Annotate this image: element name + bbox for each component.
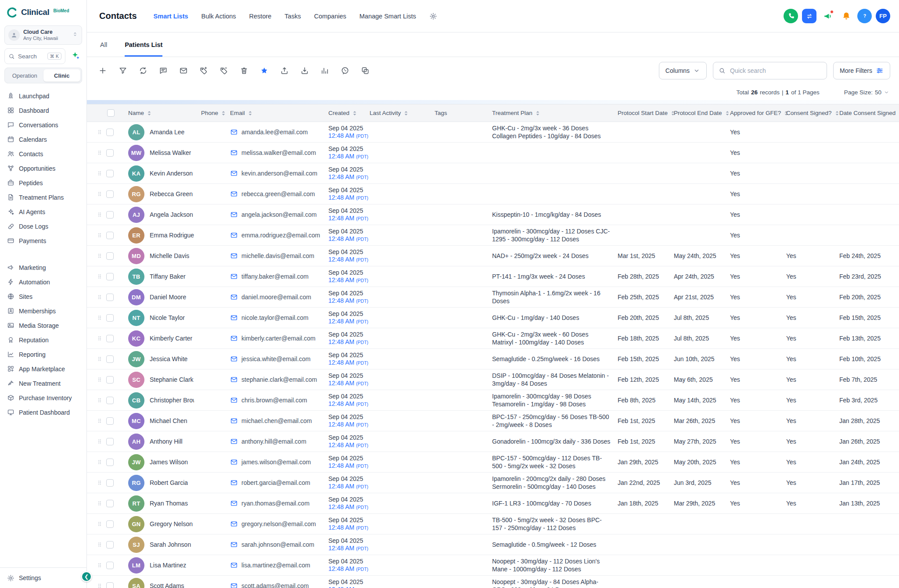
row-checkbox[interactable] xyxy=(106,479,114,487)
created-time[interactable]: 12:48 AM (PDT) xyxy=(328,524,363,532)
row-checkbox[interactable] xyxy=(106,438,114,445)
contact-row[interactable]: ALAmanda Leeamanda.lee@email.comSep 04 2… xyxy=(87,122,899,143)
col-date-consent-signed[interactable]: Date Consent Signed xyxy=(836,104,899,122)
select-all-checkbox[interactable] xyxy=(107,109,115,117)
created-time[interactable]: 12:48 AM (PDT) xyxy=(328,338,363,346)
contact-name[interactable]: James Wilson xyxy=(150,459,188,466)
row-checkbox[interactable] xyxy=(106,335,114,342)
row-checkbox[interactable] xyxy=(106,252,114,260)
sidebar-item-sites[interactable]: Sites xyxy=(3,289,84,304)
created-time[interactable]: 12:48 AM (PDT) xyxy=(328,215,363,222)
contact-row[interactable]: RGRebecca Greenrebecca.green@email.comSe… xyxy=(87,184,899,204)
sidebar-item-peptides[interactable]: Peptides xyxy=(3,176,84,190)
row-checkbox[interactable] xyxy=(106,500,114,507)
contact-name[interactable]: Gregory Nelson xyxy=(150,520,193,527)
created-time[interactable]: 12:48 AM (PDT) xyxy=(328,235,363,243)
toolbar-tag-remove-button[interactable] xyxy=(219,66,228,75)
contact-name[interactable]: Kimberly Carter xyxy=(150,335,192,342)
contact-row[interactable]: RGRobert Garciarobert.garcia@email.comSe… xyxy=(87,473,899,493)
sidebar-item-launchpad[interactable]: Launchpad xyxy=(3,89,84,103)
contact-email[interactable]: kimberly.carter@email.com xyxy=(241,335,316,342)
col-protocol-end-date[interactable]: Protocol End Date xyxy=(670,104,726,122)
contact-name[interactable]: Nicole Taylor xyxy=(150,314,185,321)
created-time[interactable]: 12:48 AM (PDT) xyxy=(328,441,363,449)
contact-name[interactable]: Tiffany Baker xyxy=(150,273,186,280)
created-time[interactable]: 12:48 AM (PDT) xyxy=(328,256,363,264)
contact-row[interactable]: NTNicole Taylornicole.taylor@email.comSe… xyxy=(87,308,899,328)
columns-button[interactable]: Columns xyxy=(659,62,707,79)
contacts-settings-button[interactable] xyxy=(429,12,437,20)
contact-name[interactable]: Anthony Hill xyxy=(150,438,183,445)
sidebar-item-ai-agents[interactable]: AI Agents xyxy=(3,204,84,219)
switch-button[interactable] xyxy=(802,9,816,23)
tab-smart-lists[interactable]: Smart Lists xyxy=(154,13,188,20)
row-checkbox[interactable] xyxy=(106,582,114,588)
row-checkbox[interactable] xyxy=(106,314,114,322)
row-checkbox[interactable] xyxy=(106,170,114,177)
location-switcher[interactable]: Cloud Care Any City, Hawaii xyxy=(4,25,82,45)
more-filters-button[interactable]: More Filters xyxy=(833,62,890,79)
created-time[interactable]: 12:48 AM (PDT) xyxy=(328,545,363,552)
mode-option-operation[interactable]: Operation xyxy=(6,69,43,82)
contact-email[interactable]: angela.jackson@email.com xyxy=(241,211,316,218)
contact-email[interactable]: anthony.hill@email.com xyxy=(241,438,306,445)
brand-logo[interactable]: Clinical BioMed xyxy=(0,0,86,25)
contact-name[interactable]: Jessica White xyxy=(150,355,187,362)
contact-row[interactable]: MDMichelle Davismichelle.davis@email.com… xyxy=(87,246,899,266)
sidebar-item-marketing[interactable]: Marketing xyxy=(3,260,84,275)
created-time[interactable]: 12:48 AM (PDT) xyxy=(328,318,363,326)
row-checkbox[interactable] xyxy=(106,520,114,528)
sidebar-item-treatment-plans[interactable]: Treatment Plans xyxy=(3,190,84,204)
created-time[interactable]: 12:48 AM (PDT) xyxy=(328,359,363,367)
sidebar-item-reporting[interactable]: Reporting xyxy=(3,347,84,362)
toolbar-star-button[interactable] xyxy=(260,66,269,75)
sidebar-item-opportunities[interactable]: Opportunities xyxy=(3,161,84,176)
col-created[interactable]: Created xyxy=(325,104,366,122)
tab-tasks[interactable]: Tasks xyxy=(284,13,301,20)
row-checkbox[interactable] xyxy=(106,541,114,549)
row-checkbox[interactable] xyxy=(106,294,114,301)
toolbar-import-button[interactable] xyxy=(300,66,309,75)
sidebar-item-memberships[interactable]: Memberships xyxy=(3,304,84,318)
created-time[interactable]: 12:48 AM (PDT) xyxy=(328,132,363,140)
row-checkbox[interactable] xyxy=(106,149,114,157)
toolbar-stats-button[interactable] xyxy=(320,66,329,75)
contact-email[interactable]: michael.chen@email.com xyxy=(241,417,312,424)
created-time[interactable]: 12:48 AM (PDT) xyxy=(328,400,363,408)
page-size-selector[interactable]: Page Size: 50 xyxy=(844,89,889,96)
contact-email[interactable]: james.wilson@email.com xyxy=(241,459,311,466)
ai-sparkle-button[interactable] xyxy=(69,50,82,63)
col-approved-for-gfe[interactable]: Approved for GFE? xyxy=(726,104,783,122)
created-time[interactable]: 12:48 AM (PDT) xyxy=(328,503,363,511)
contact-row[interactable]: SCStephanie Clarkstephanie.clark@email.c… xyxy=(87,369,899,390)
tab-companies[interactable]: Companies xyxy=(314,13,346,20)
phone-button[interactable] xyxy=(784,9,798,23)
created-time[interactable]: 12:48 AM (PDT) xyxy=(328,297,363,305)
contact-row[interactable]: DMDaniel Mooredaniel.moore@email.comSep … xyxy=(87,287,899,308)
contact-row[interactable]: AJAngela Jacksonangela.jackson@email.com… xyxy=(87,204,899,225)
contact-name[interactable]: Emma Rodriguez xyxy=(150,232,194,239)
tab-restore[interactable]: Restore xyxy=(249,13,272,20)
contact-row[interactable]: JWJames Wilsonjames.wilson@email.comSep … xyxy=(87,452,899,473)
contact-name[interactable]: Lisa Martinez xyxy=(150,562,186,569)
contact-email[interactable]: scott.adams@email.com xyxy=(241,582,309,588)
sidebar-item-purchase-inventory[interactable]: Purchase Inventory xyxy=(3,391,84,405)
contact-name[interactable]: Daniel Moore xyxy=(150,294,186,301)
contact-name[interactable]: Ryan Thomas xyxy=(150,500,188,507)
row-checkbox[interactable] xyxy=(106,397,114,404)
contact-name[interactable]: Amanda Lee xyxy=(150,129,184,136)
contact-name[interactable]: Michelle Davis xyxy=(150,252,189,259)
created-time[interactable]: 12:48 AM (PDT) xyxy=(328,153,363,161)
contact-row[interactable]: MWMelissa Walkermelissa.walker@email.com… xyxy=(87,143,899,163)
sidebar-item-contacts[interactable]: Contacts xyxy=(3,147,84,161)
contact-name[interactable]: Christopher Brown xyxy=(150,397,194,404)
row-checkbox[interactable] xyxy=(106,417,114,425)
contact-name[interactable]: Stephanie Clark xyxy=(150,376,194,383)
sidebar-item-automation[interactable]: Automation xyxy=(3,275,84,289)
sidebar-item-payments[interactable]: Payments xyxy=(3,233,84,248)
toolbar-export-button[interactable] xyxy=(280,66,289,75)
contact-email[interactable]: rebecca.green@email.com xyxy=(241,190,315,197)
contact-email[interactable]: jessica.white@email.com xyxy=(241,355,310,362)
contact-email[interactable]: sarah.johnson@email.com xyxy=(241,541,314,548)
toolbar-tag-add-button[interactable] xyxy=(199,66,208,75)
